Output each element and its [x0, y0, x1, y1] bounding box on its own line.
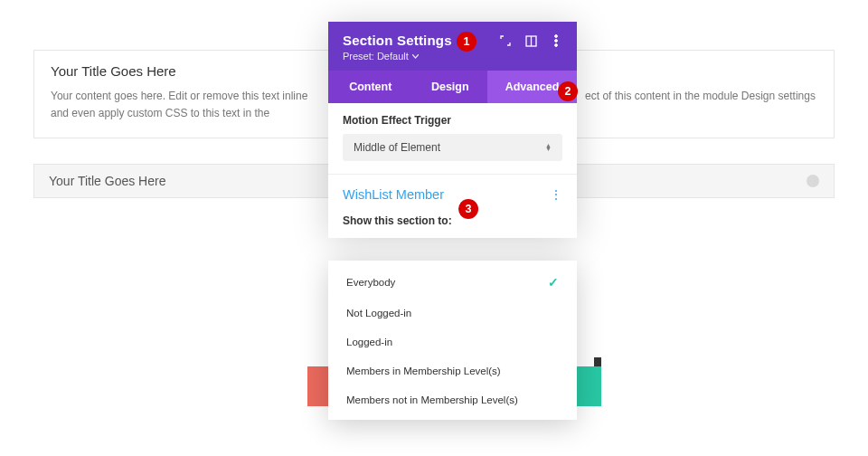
chevron-down-icon	[412, 54, 419, 59]
annotation-badge-2: 2	[558, 81, 578, 101]
svg-point-4	[555, 44, 558, 47]
option-logged-in[interactable]: Logged-in	[328, 328, 577, 356]
wishlist-member-heading[interactable]: WishList Member	[343, 187, 444, 202]
annotation-badge-1: 1	[457, 32, 476, 52]
wlm-kebab-menu-icon[interactable]: ⋮	[550, 187, 562, 202]
sort-arrows-icon: ▲▼	[545, 144, 552, 151]
option-everybody[interactable]: Everybody ✓	[328, 266, 577, 299]
show-section-label: Show this section to:	[343, 214, 562, 227]
panel-icon[interactable]	[524, 34, 537, 47]
motion-effect-label: Motion Effect Trigger	[343, 114, 562, 127]
divider	[328, 174, 577, 175]
expand-icon[interactable]	[499, 34, 512, 47]
select-value: Middle of Element	[354, 141, 440, 154]
modal-header: Section Settings Preset: Default	[328, 22, 577, 71]
option-not-logged-in[interactable]: Not Logged-in	[328, 299, 577, 328]
tab-content[interactable]: Content	[328, 71, 413, 103]
tab-design[interactable]: Design	[413, 71, 488, 103]
preset-selector[interactable]: Preset: Default	[343, 51, 499, 62]
section-settings-modal: Section Settings Preset: Default	[328, 22, 577, 238]
check-icon: ✓	[548, 275, 559, 290]
annotation-badge-3: 3	[458, 199, 478, 219]
kebab-menu-icon[interactable]	[550, 34, 562, 47]
svg-point-2	[555, 35, 558, 38]
collapse-icon[interactable]	[807, 175, 819, 187]
option-members-in-level[interactable]: Members in Membership Level(s)	[328, 356, 577, 385]
module-title: Your Title Goes Here	[49, 174, 165, 188]
show-section-dropdown: Everybody ✓ Not Logged-in Logged-in Memb…	[328, 261, 577, 420]
modal-tabs: Content Design Advanced	[328, 71, 577, 103]
option-members-not-in-level[interactable]: Members not in Membership Level(s)	[328, 385, 577, 414]
svg-point-3	[555, 40, 558, 43]
motion-effect-select[interactable]: Middle of Element ▲▼	[343, 134, 562, 161]
